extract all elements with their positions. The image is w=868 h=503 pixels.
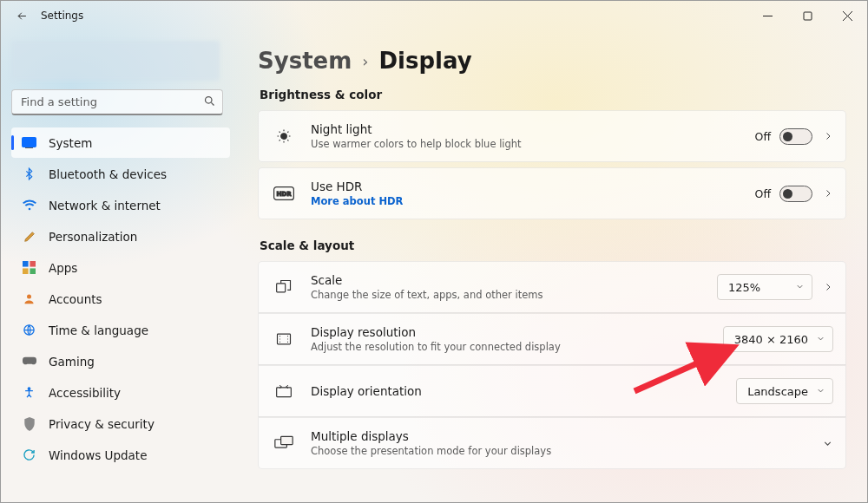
sidebar-item-gaming[interactable]: Gaming [11, 346, 230, 376]
svg-rect-0 [804, 12, 812, 20]
close-button[interactable] [827, 1, 867, 30]
scale-value: 125% [728, 281, 760, 294]
svg-rect-3 [25, 147, 33, 148]
globe-clock-icon [22, 323, 36, 337]
search-icon [203, 95, 216, 108]
night-light-title: Night light [311, 122, 740, 136]
resolution-row[interactable]: Display resolution Adjust the resolution… [258, 313, 846, 365]
main-panel: System › Display Brightness & color Nigh… [237, 30, 867, 502]
maximize-icon [803, 11, 812, 21]
svg-rect-5 [30, 261, 36, 267]
chevron-down-icon [816, 334, 825, 343]
breadcrumb-current: Display [379, 48, 472, 74]
svg-text:HDR: HDR [276, 191, 292, 198]
multiple-displays-title: Multiple displays [311, 429, 806, 443]
svg-rect-2 [23, 138, 36, 147]
hdr-row[interactable]: HDR Use HDR More about HDR Off [258, 167, 846, 219]
scale-title: Scale [311, 273, 701, 287]
maximize-button[interactable] [787, 1, 827, 30]
night-light-toggle[interactable]: Off [755, 128, 812, 145]
sidebar-item-label: Apps [49, 261, 77, 275]
sidebar-item-time-language[interactable]: Time & language [11, 315, 230, 345]
arrow-left-icon [16, 10, 29, 23]
night-light-icon [273, 127, 295, 145]
orientation-title: Display orientation [311, 384, 720, 398]
wifi-icon [22, 198, 36, 212]
sidebar-item-apps[interactable]: Apps [11, 252, 230, 283]
sidebar-item-label: Accessibility [49, 386, 121, 400]
toggle-off-label: Off [755, 187, 771, 200]
night-light-row[interactable]: Night light Use warmer colors to help bl… [258, 110, 846, 162]
accessibility-icon [22, 385, 36, 400]
chevron-right-icon [823, 282, 833, 292]
svg-point-10 [28, 388, 30, 390]
search-wrapper [11, 89, 223, 115]
svg-rect-6 [23, 268, 29, 274]
sidebar-item-accounts[interactable]: Accounts [11, 284, 230, 314]
apps-icon [22, 260, 36, 275]
orientation-row[interactable]: Display orientation Landscape [258, 365, 846, 417]
sidebar-item-label: System [49, 136, 92, 150]
person-icon [22, 291, 36, 306]
sidebar: System Bluetooth & devices Network & int… [1, 30, 237, 502]
gamepad-icon [22, 354, 36, 369]
sidebar-item-system[interactable]: System [11, 127, 230, 158]
minimize-icon [763, 11, 773, 21]
resolution-title: Display resolution [311, 325, 707, 339]
sidebar-item-label: Accounts [49, 292, 102, 306]
scale-subtitle: Change the size of text, apps, and other… [311, 289, 701, 301]
resolution-dropdown[interactable]: 3840 × 2160 [723, 326, 833, 352]
scale-row[interactable]: Scale Change the size of text, apps, and… [258, 261, 846, 313]
titlebar: Settings [1, 1, 867, 30]
bluetooth-icon [22, 167, 36, 181]
hdr-more-link[interactable]: More about HDR [311, 195, 740, 207]
sidebar-item-label: Windows Update [49, 448, 147, 462]
section-scale-layout: Scale & layout [260, 238, 846, 252]
chevron-down-icon [795, 282, 805, 291]
app-title: Settings [41, 10, 83, 22]
shield-icon [22, 416, 36, 431]
svg-rect-16 [277, 388, 292, 397]
sidebar-item-accessibility[interactable]: Accessibility [11, 377, 230, 408]
sidebar-item-bluetooth[interactable]: Bluetooth & devices [11, 159, 230, 189]
switch-icon [779, 128, 812, 145]
back-button[interactable] [6, 1, 37, 30]
sidebar-item-windows-update[interactable]: Windows Update [11, 440, 230, 470]
resolution-value: 3840 × 2160 [734, 333, 808, 346]
breadcrumb-separator-icon: › [362, 52, 368, 70]
section-brightness-color: Brightness & color [260, 88, 846, 101]
breadcrumb: System › Display [258, 48, 846, 74]
orientation-value: Landscape [747, 385, 808, 398]
user-account-block[interactable] [11, 41, 220, 81]
svg-rect-14 [277, 284, 286, 292]
resolution-icon [273, 330, 295, 348]
chevron-right-icon [823, 188, 833, 199]
hdr-title: Use HDR [311, 180, 740, 193]
svg-rect-4 [23, 261, 29, 267]
orientation-dropdown[interactable]: Landscape [736, 378, 833, 404]
scale-dropdown[interactable]: 125% [717, 274, 812, 300]
update-icon [22, 447, 36, 462]
switch-icon [779, 186, 812, 202]
orientation-icon [273, 383, 295, 399]
sidebar-item-label: Bluetooth & devices [49, 167, 167, 181]
breadcrumb-parent[interactable]: System [258, 48, 352, 74]
chevron-down-icon [816, 386, 825, 395]
multiple-displays-row[interactable]: Multiple displays Choose the presentatio… [258, 417, 846, 469]
chevron-down-icon [822, 438, 833, 449]
toggle-off-label: Off [755, 130, 771, 143]
svg-point-8 [27, 295, 31, 299]
sidebar-item-network[interactable]: Network & internet [11, 190, 230, 220]
hdr-icon: HDR [273, 186, 295, 200]
window-controls [747, 1, 867, 30]
sidebar-item-label: Network & internet [49, 199, 161, 212]
sidebar-item-label: Gaming [49, 355, 95, 369]
paintbrush-icon [22, 229, 36, 244]
minimize-button[interactable] [747, 1, 787, 30]
sidebar-item-personalization[interactable]: Personalization [11, 221, 230, 252]
sidebar-item-privacy[interactable]: Privacy & security [11, 408, 230, 439]
sidebar-item-label: Personalization [49, 230, 137, 244]
hdr-toggle[interactable]: Off [755, 186, 812, 202]
search-input[interactable] [11, 89, 223, 115]
display-icon [22, 135, 36, 150]
